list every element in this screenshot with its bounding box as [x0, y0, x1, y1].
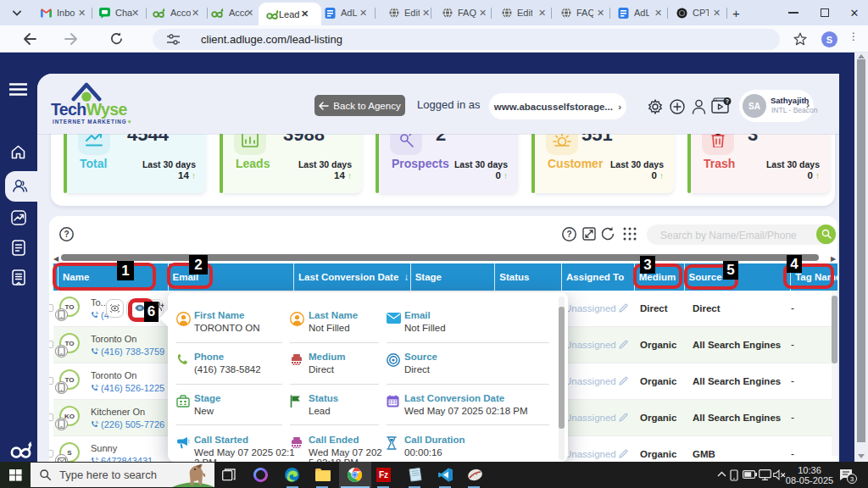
svg-text:?: ?	[566, 230, 571, 239]
svg-text:?: ?	[64, 230, 69, 239]
svg-text:?: ?	[726, 98, 729, 104]
